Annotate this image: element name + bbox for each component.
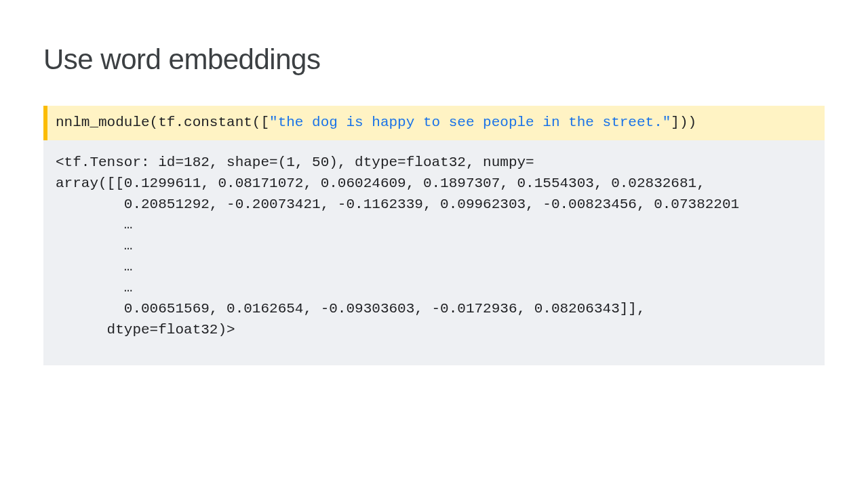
out-line-9: dtype=float32)> [56, 322, 235, 338]
out-line-8: 0.00651569, 0.0162654, -0.09303603, -0.0… [56, 301, 646, 317]
output-block: <tf.Tensor: id=182, shape=(1, 50), dtype… [43, 152, 825, 341]
code-input-line: nnlm_module(tf.constant(["the dog is hap… [43, 106, 825, 140]
out-line-1: <tf.Tensor: id=182, shape=(1, 50), dtype… [56, 155, 534, 170]
out-line-4: … [56, 217, 132, 232]
code-suffix: ])) [671, 115, 696, 130]
code-prefix: nnlm_module(tf.constant([ [56, 115, 269, 130]
out-line-5: … [56, 238, 132, 253]
out-line-2: array([[0.1299611, 0.08171072, 0.0602460… [56, 176, 705, 191]
code-string: "the dog is happy to see people in the s… [269, 115, 671, 130]
code-block: nnlm_module(tf.constant(["the dog is hap… [43, 106, 825, 365]
out-line-6: … [56, 259, 132, 274]
out-line-7: … [56, 280, 132, 296]
slide-title: Use word embeddings [43, 43, 825, 76]
out-line-3: 0.20851292, -0.20073421, -0.1162339, 0.0… [56, 197, 739, 212]
slide: Use word embeddings nnlm_module(tf.const… [0, 0, 868, 365]
